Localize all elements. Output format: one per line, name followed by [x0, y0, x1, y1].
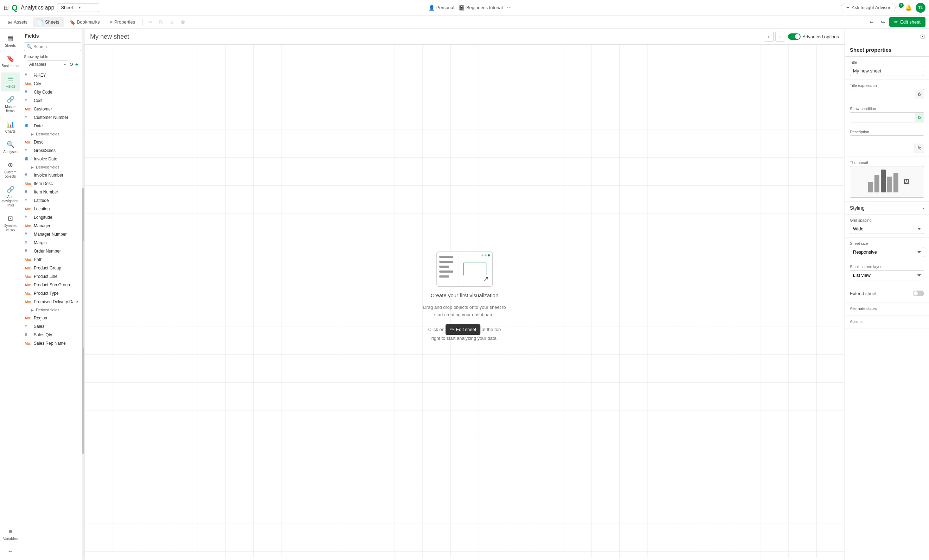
list-item[interactable]: # Longitude [21, 213, 84, 222]
tab-properties[interactable]: ≡ Properties [106, 17, 140, 27]
edit-sheet-button[interactable]: ✏ Edit sheet [889, 17, 926, 27]
sidebar-item-analyses[interactable]: 🔍 Analyses [1, 138, 20, 157]
styling-header[interactable]: Styling › [850, 205, 924, 211]
copy-button[interactable]: ⎘ [156, 18, 165, 27]
list-item[interactable]: # Invoice Number [21, 171, 84, 179]
list-item[interactable]: Abc Region [21, 314, 84, 322]
undo-button[interactable]: ↩ [867, 18, 877, 27]
canvas-prev-button[interactable]: ‹ [764, 32, 774, 41]
styling-title: Styling [850, 205, 865, 211]
derived-item[interactable]: ▶ Derived fields [28, 164, 77, 170]
small-screen-select[interactable]: List view Scroll [850, 270, 924, 280]
personal-label: Personal [436, 5, 454, 10]
add-field-button[interactable]: + [75, 61, 78, 67]
thumbnail-bar [887, 177, 892, 193]
tab-sheets[interactable]: 📄 Sheets [33, 17, 63, 27]
cut-button[interactable]: ✂ [145, 18, 155, 27]
advanced-options-toggle[interactable]: Advanced options [788, 34, 839, 40]
toggle-switch[interactable] [788, 34, 800, 40]
small-screen-group: Small screen layout List view Scroll [845, 261, 929, 284]
show-condition-input[interactable] [850, 113, 915, 122]
list-item[interactable]: # Order Number [21, 247, 84, 256]
avatar[interactable]: TL [916, 3, 926, 13]
paste-button[interactable]: ⊡ [166, 18, 176, 27]
sidebar-item-nav-links[interactable]: 🔗 App navigation links [1, 183, 20, 210]
description-input[interactable] [850, 136, 915, 153]
tab-assets[interactable]: ⊞ Assets [3, 17, 32, 27]
tab-bookmarks[interactable]: 🔖 Bookmarks [65, 17, 104, 27]
list-item[interactable]: Abc Product Line [21, 272, 84, 281]
sidebar-item-dynamic-views[interactable]: ⊡ Dynamic views [1, 212, 20, 235]
list-item[interactable]: # City Code [21, 88, 84, 96]
extend-sheet-toggle[interactable] [913, 291, 924, 296]
show-condition-fx-button[interactable]: fx [915, 113, 924, 122]
sidebar-item-fields[interactable]: ☰ Fields [1, 72, 20, 92]
help-button[interactable]: ? 3 [898, 5, 901, 11]
delete-button[interactable]: 🗑 [178, 18, 188, 27]
tutorial-icon: 📓 [458, 5, 464, 11]
table-selector[interactable]: All tables ▾ [27, 61, 68, 68]
sidebar-item-bookmarks[interactable]: 🔖 Bookmarks [1, 52, 20, 71]
list-item[interactable]: # Cost [21, 96, 84, 105]
list-item[interactable]: Abc Path [21, 256, 84, 264]
panel-layout-button[interactable]: ⊡ [919, 32, 926, 41]
sidebar-item-master-items[interactable]: 🔗 Master items [1, 93, 20, 116]
list-item[interactable]: # %KEY [21, 71, 84, 80]
sidebar-item-custom-objects[interactable]: ⊕ Custom objects [1, 158, 20, 182]
list-item[interactable]: Abc Item Desc [21, 179, 84, 188]
tutorial-tab[interactable]: 📓 Beginner's tutorial [458, 5, 503, 11]
list-item[interactable]: # Latitude [21, 196, 84, 205]
sidebar-item-variables[interactable]: ≡ Variables [1, 525, 20, 544]
list-item[interactable]: # Customer Number [21, 113, 84, 122]
list-item[interactable]: Abc City [21, 80, 84, 88]
search-input[interactable] [34, 44, 79, 49]
list-item[interactable]: 🗓 Date [21, 122, 84, 130]
list-item[interactable]: Abc Manager [21, 222, 84, 230]
sheet-selector[interactable]: Sheet ▾ [57, 3, 99, 12]
canvas-next-button[interactable]: › [775, 32, 785, 41]
list-item[interactable]: # Sales [21, 322, 84, 330]
apps-grid-icon[interactable]: ⊞ [3, 4, 9, 12]
table-selector-value: All tables [29, 62, 46, 67]
derived-item[interactable]: ▶ Derived fields [28, 307, 77, 313]
grid-canvas: ↗ Create your first visualization Drag a… [84, 45, 845, 558]
list-item[interactable]: # Margin [21, 239, 84, 247]
grid-spacing-select[interactable]: Wide Narrow Medium [850, 224, 924, 234]
redo-button[interactable]: ↪ [878, 18, 888, 27]
derived-label: Derived fields [36, 165, 60, 169]
list-item[interactable]: # Manager Number [21, 230, 84, 239]
title-expression-fx-button[interactable]: fx [915, 90, 924, 99]
thumbnail-box[interactable]: 🖼 [850, 166, 924, 198]
sheet-size-select[interactable]: Responsive Fixed [850, 247, 924, 257]
list-item[interactable]: # Sales Qty [21, 330, 84, 339]
list-item[interactable]: Abc Sales Rep Name [21, 339, 84, 347]
insight-label: Ask Insight Advisor [852, 5, 890, 10]
list-item[interactable]: Abc Location [21, 205, 84, 213]
list-item[interactable]: Abc Product Group [21, 264, 84, 272]
list-item[interactable]: Abc Desc [21, 138, 84, 146]
field-type-icon: Abc [25, 300, 32, 304]
reload-button[interactable]: ⟳ [70, 61, 74, 67]
list-item[interactable]: Abc Product Type [21, 289, 84, 298]
more-options-icon[interactable]: ··· [507, 5, 512, 11]
derived-item[interactable]: ▶ Derived fields [28, 131, 77, 137]
list-item[interactable]: Abc Product Sub Group [21, 281, 84, 289]
list-item[interactable]: Abc Customer [21, 105, 84, 113]
list-item[interactable]: 🗓 Invoice Date [21, 155, 84, 163]
vis-subtext-action: Click on ✏ Edit sheet at the top right t… [428, 324, 501, 343]
description-fx-button[interactable]: fx [915, 144, 924, 153]
sidebar-collapse-button[interactable]: ← [5, 545, 16, 557]
resize-handle[interactable] [83, 241, 84, 347]
title-input[interactable] [850, 66, 924, 76]
edit-sheet-inline-button[interactable]: ✏ Edit sheet [446, 324, 481, 335]
sidebar-item-label-nav: App navigation links [3, 195, 18, 208]
title-expression-input[interactable] [850, 89, 915, 99]
list-item[interactable]: # Item Number [21, 188, 84, 196]
personal-tab[interactable]: 👤 Personal [429, 5, 454, 11]
sidebar-item-sheets[interactable]: ▦ Sheets [1, 32, 20, 50]
insight-advisor-button[interactable]: ✦ Ask Insight Advisor [841, 3, 895, 12]
sidebar-item-charts[interactable]: 📊 Charts [1, 118, 20, 136]
list-item[interactable]: # GrossSales [21, 146, 84, 155]
list-item[interactable]: Abc Promised Delivery Date [21, 298, 84, 306]
bell-button[interactable]: 🔔 [905, 4, 912, 11]
